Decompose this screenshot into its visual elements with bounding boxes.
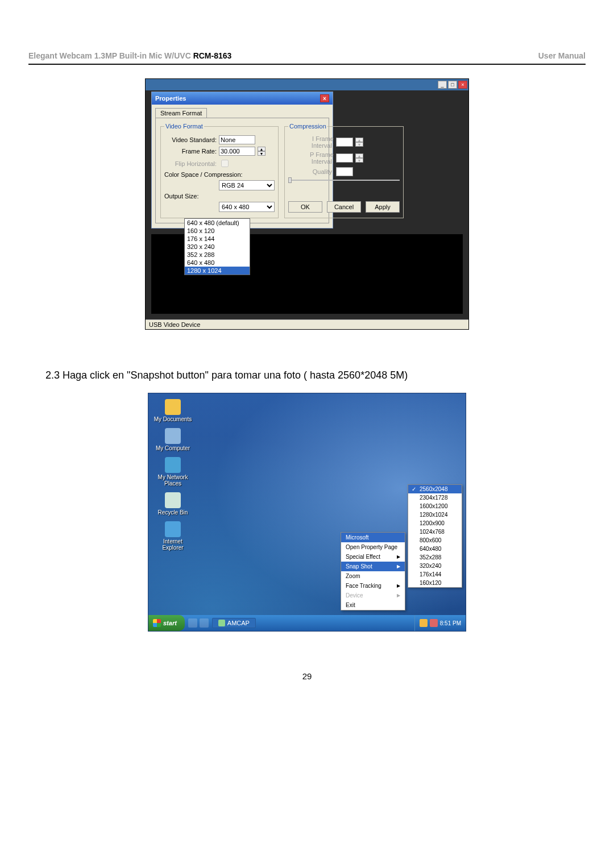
resolution-option[interactable]: 176x144 xyxy=(408,570,462,579)
resolution-label: 160x120 xyxy=(420,580,441,586)
context-menu-item[interactable]: Open Property Page xyxy=(341,542,405,552)
context-menu[interactable]: MicrosoftOpen Property PageSpecial Effec… xyxy=(341,532,405,610)
tray-icon[interactable] xyxy=(420,619,428,627)
desktop-icon-label: My Computer xyxy=(156,445,190,451)
resolution-option[interactable]: 1280x1024 xyxy=(408,510,462,519)
resolution-option[interactable]: 2304x1728 xyxy=(408,493,462,502)
quicklaunch-icon[interactable] xyxy=(200,618,209,628)
desktop-icon[interactable]: My Computer xyxy=(153,428,193,451)
desktop-icon-glyph xyxy=(165,428,181,444)
resolution-option[interactable]: 160x120 xyxy=(408,579,462,587)
output-size-option[interactable]: 640 x 480 xyxy=(185,259,250,267)
close-button[interactable]: × xyxy=(458,81,467,89)
resolution-option[interactable]: 320x240 xyxy=(408,562,462,570)
input-pframe-interval xyxy=(336,153,353,163)
modal-titlebar: Properties × xyxy=(152,92,333,105)
output-size-option[interactable]: 176 x 144 xyxy=(185,235,250,243)
input-iframe-interval xyxy=(336,138,353,147)
resolution-option[interactable]: 1600x1200 xyxy=(408,502,462,510)
system-tray: 8:51 PM xyxy=(414,615,466,631)
outer-window-titlebar: _ □ × xyxy=(146,79,468,90)
context-menu-item[interactable]: Zoom xyxy=(341,571,405,581)
label-color-space: Color Space / Compression: xyxy=(164,171,243,178)
output-size-option[interactable]: 352 x 288 xyxy=(185,251,250,259)
menu-item-label: Open Property Page xyxy=(346,544,397,550)
output-size-option[interactable]: 160 x 120 xyxy=(185,227,250,235)
desktop-icon[interactable]: Recycle Bin xyxy=(153,492,193,516)
maximize-button[interactable]: □ xyxy=(448,81,457,89)
tray-icon[interactable] xyxy=(430,619,438,627)
submenu-arrow-icon: ▶ xyxy=(397,564,400,569)
start-button[interactable]: start xyxy=(148,615,185,631)
context-menu-item[interactable]: Face Tracking▶ xyxy=(341,581,405,591)
quick-launch xyxy=(188,618,209,628)
screenshot-desktop: My DocumentsMy ComputerMy Network Places… xyxy=(148,393,466,632)
doc-header: Elegant Webcam 1.3MP Built-in Mic W/UVC … xyxy=(28,51,586,60)
minimize-button[interactable]: _ xyxy=(438,81,447,89)
menu-item-label: Special Effect xyxy=(346,554,380,560)
output-size-dropdown-list[interactable]: 640 x 480 (default)160 x 120176 x 144320… xyxy=(184,218,250,275)
label-iframe-interval: I Frame Interval: xyxy=(288,135,334,149)
desktop-icon[interactable]: My Network Places xyxy=(153,457,193,487)
resolution-label: 176x144 xyxy=(420,571,441,578)
submenu-arrow-icon: ▶ xyxy=(397,593,400,598)
context-menu-item[interactable]: Special Effect▶ xyxy=(341,552,405,562)
group-compression: Compression I Frame Interval: ▲ ▼ P Fram… xyxy=(284,123,404,218)
desktop-icon-label: Recycle Bin xyxy=(158,509,188,516)
resolution-option[interactable]: 640x480 xyxy=(408,545,462,553)
resolution-option[interactable]: 1200x900 xyxy=(408,519,462,528)
label-quality: Quality: xyxy=(288,168,334,175)
checkbox-flip-horizontal xyxy=(221,160,229,167)
apply-button[interactable]: Apply xyxy=(366,201,400,213)
context-menu-item[interactable]: Snap Shot▶ xyxy=(341,562,405,571)
desktop-icon-label: My Network Places xyxy=(153,474,193,487)
context-menu-item[interactable]: Exit xyxy=(341,600,405,610)
taskbar-app-amcap[interactable]: AMCAP xyxy=(212,618,256,628)
tab-stream-format[interactable]: Stream Format xyxy=(155,108,207,118)
pframe-spin-up: ▲ xyxy=(355,153,363,158)
label-pframe-interval: P Frame Interval: xyxy=(288,151,334,165)
resolution-label: 2560x2048 xyxy=(420,486,448,492)
resolution-option[interactable]: 352x288 xyxy=(408,553,462,562)
label-frame-rate: Frame Rate: xyxy=(164,148,217,155)
desktop-icon-glyph xyxy=(165,492,181,508)
app-icon xyxy=(218,620,225,626)
menu-item-label: Snap Shot xyxy=(346,563,372,570)
output-size-option[interactable]: 320 x 240 xyxy=(185,243,250,251)
resolution-label: 1600x1200 xyxy=(420,503,448,509)
input-frame-rate[interactable] xyxy=(219,147,255,156)
resolution-option[interactable]: ✓2560x2048 xyxy=(408,485,462,493)
taskbar: start AMCAP 8:51 PM xyxy=(148,615,466,631)
ok-button[interactable]: OK xyxy=(288,201,322,213)
desktop-icon[interactable]: Internet Explorer xyxy=(153,521,193,551)
page-number: 29 xyxy=(28,671,586,681)
app-label: AMCAP xyxy=(227,620,250,626)
cancel-button[interactable]: Cancel xyxy=(327,201,361,213)
quality-slider-thumb xyxy=(288,177,292,183)
resolution-option[interactable]: 1024x768 xyxy=(408,528,462,536)
menu-item-label: Microsoft xyxy=(346,534,369,541)
select-output-size[interactable]: 640 x 480 xyxy=(219,202,275,212)
snapshot-resolution-submenu[interactable]: ✓2560x20482304x17281600x12001280x1024120… xyxy=(408,484,462,588)
resolution-option[interactable]: 800x600 xyxy=(408,536,462,545)
quicklaunch-icon[interactable] xyxy=(188,618,197,628)
menu-item-label: Exit xyxy=(346,602,355,608)
resolution-label: 1200x900 xyxy=(420,520,445,526)
desktop-icon-label: Internet Explorer xyxy=(153,538,193,551)
context-menu-item[interactable]: Microsoft xyxy=(341,533,405,542)
framerate-spin-up[interactable]: ▲ xyxy=(258,147,265,151)
menu-item-label: Device xyxy=(346,592,363,599)
output-size-option[interactable]: 640 x 480 (default) xyxy=(185,219,250,227)
pframe-spin-down: ▼ xyxy=(355,158,363,163)
resolution-label: 320x240 xyxy=(420,563,441,569)
group-video-format: Video Format Video Standard: Frame Rate:… xyxy=(160,123,279,218)
section-2-3-text: 2.3 Haga click en "Snapshot button" para… xyxy=(45,369,586,381)
modal-close-button[interactable]: × xyxy=(320,94,329,102)
product-name: Elegant Webcam 1.3MP Built-in Mic W/UVC xyxy=(28,51,193,60)
framerate-spin-down[interactable]: ▼ xyxy=(258,151,265,156)
desktop-icon[interactable]: My Documents xyxy=(153,399,193,422)
output-size-option[interactable]: 1280 x 1024 xyxy=(185,267,250,275)
header-rule xyxy=(28,64,586,65)
screenshot-properties-dialog: _ □ × Properties × Stream Format Video F… xyxy=(145,78,469,330)
select-color-space[interactable]: RGB 24 xyxy=(219,180,275,190)
